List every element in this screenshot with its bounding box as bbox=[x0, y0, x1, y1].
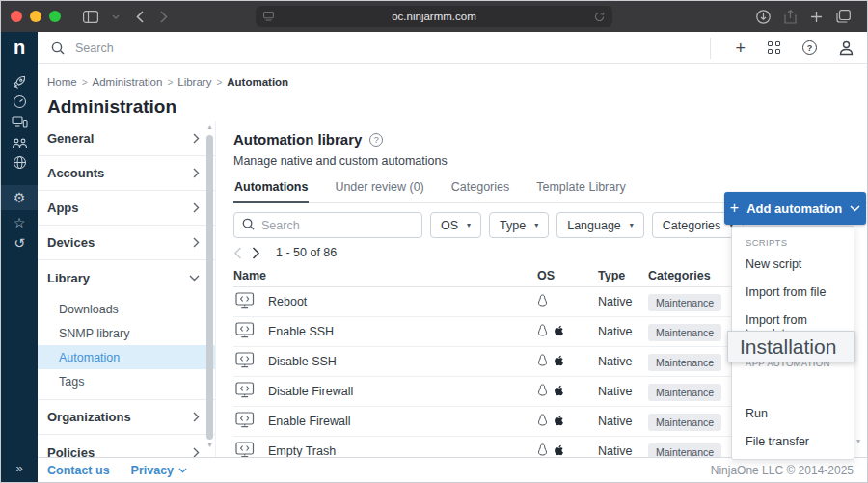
breadcrumb-separator: > bbox=[216, 77, 222, 88]
automation-name: Enable SSH bbox=[268, 325, 334, 338]
tab-automations[interactable]: Automations bbox=[233, 175, 309, 203]
menu-item-file-transfer[interactable]: File transfer bbox=[732, 428, 854, 456]
category-badge: Maintenance bbox=[648, 384, 721, 401]
tab-under-review[interactable]: Under review (0) bbox=[334, 175, 424, 202]
scroll-up-icon[interactable]: ▴ bbox=[205, 122, 214, 131]
linux-icon bbox=[537, 323, 548, 340]
column-header-type[interactable]: Type bbox=[598, 269, 648, 282]
menu-item-installation-magnified[interactable]: Installation bbox=[727, 331, 855, 362]
sidebar-item-library[interactable]: Library bbox=[38, 260, 215, 295]
sidebar-item-downloads[interactable]: Downloads bbox=[38, 297, 215, 321]
scroll-down-icon[interactable]: ▾ bbox=[205, 441, 214, 449]
chevron-down-icon bbox=[178, 468, 187, 473]
menu-item-import-from-file[interactable]: Import from file bbox=[732, 279, 854, 307]
new-tab-icon[interactable] bbox=[810, 11, 823, 23]
chevron-down-icon[interactable] bbox=[112, 14, 120, 19]
column-header-name[interactable]: Name bbox=[233, 269, 537, 282]
downloads-icon[interactable] bbox=[756, 10, 771, 24]
apple-icon bbox=[554, 413, 564, 430]
sidebar-scrollbar-thumb[interactable] bbox=[206, 135, 213, 440]
sidebar-item-general[interactable]: General bbox=[38, 121, 215, 156]
breadcrumb-home[interactable]: Home bbox=[47, 76, 77, 88]
category-badge: Maintenance bbox=[648, 354, 721, 371]
dashboard-gauge-icon[interactable] bbox=[1, 92, 38, 112]
breadcrumb-separator: > bbox=[82, 77, 88, 88]
script-monitor-icon bbox=[235, 352, 255, 371]
sidebar-item-snmp-library[interactable]: SNMP library bbox=[38, 321, 215, 345]
close-window-button[interactable] bbox=[11, 11, 22, 22]
global-search[interactable]: Search bbox=[51, 32, 114, 64]
browser-forward-button[interactable] bbox=[160, 11, 168, 23]
organizations-people-icon[interactable] bbox=[1, 132, 38, 152]
rocket-icon[interactable] bbox=[1, 71, 38, 92]
search-icon bbox=[242, 217, 255, 234]
breadcrumb-library[interactable]: Library bbox=[177, 76, 211, 88]
automation-type: Native bbox=[598, 385, 648, 398]
sidebar-item-organizations[interactable]: Organizations bbox=[38, 400, 215, 435]
remote-network-icon[interactable] bbox=[1, 152, 38, 173]
dropdown-arrow-icon: ▾ bbox=[630, 221, 634, 229]
quick-add-button[interactable]: + bbox=[735, 40, 746, 57]
browser-back-button[interactable] bbox=[136, 11, 144, 23]
script-monitor-icon bbox=[235, 292, 255, 311]
breadcrumb-administration[interactable]: Administration bbox=[93, 76, 163, 88]
previous-page-button[interactable] bbox=[233, 247, 242, 259]
address-bar[interactable]: oc.ninjarmm.com bbox=[256, 6, 612, 27]
dropdown-arrow-icon: ▾ bbox=[467, 221, 471, 229]
sidebar-item-devices[interactable]: Devices bbox=[38, 226, 215, 260]
automation-name: Reboot bbox=[268, 295, 307, 309]
sidebar-item-apps[interactable]: Apps bbox=[38, 191, 215, 226]
page-settings-icon[interactable] bbox=[263, 12, 274, 21]
menu-item-run[interactable]: Run bbox=[732, 400, 854, 428]
table-search-input[interactable] bbox=[261, 219, 417, 232]
section-title: Automation library bbox=[233, 131, 362, 148]
breadcrumb: Home > Administration > Library > Automa… bbox=[47, 76, 867, 88]
page-title: Administration bbox=[47, 96, 867, 118]
share-icon[interactable] bbox=[784, 10, 797, 24]
help-icon[interactable]: ? bbox=[802, 40, 817, 55]
apps-grid-icon[interactable] bbox=[768, 41, 780, 54]
devices-icon[interactable] bbox=[1, 112, 38, 132]
breadcrumb-separator: > bbox=[167, 77, 173, 88]
sidebar-item-tags[interactable]: Tags bbox=[38, 369, 215, 393]
chevron-right-icon bbox=[193, 168, 200, 178]
section-help-icon[interactable]: ? bbox=[369, 133, 383, 147]
privacy-link[interactable]: Privacy bbox=[131, 464, 174, 477]
history-icon[interactable]: ↺ bbox=[1, 232, 38, 253]
table-search[interactable] bbox=[233, 212, 422, 238]
expand-rail-icon[interactable]: » bbox=[1, 461, 38, 475]
browser-sidebar-icon[interactable] bbox=[83, 11, 98, 23]
scroll-down-icon[interactable]: ▾ bbox=[856, 437, 860, 445]
tab-template-library[interactable]: Template Library bbox=[535, 175, 626, 202]
library-submenu: Downloads SNMP library Automation Tags bbox=[38, 295, 215, 400]
chevron-down-icon bbox=[850, 205, 860, 212]
tab-categories[interactable]: Categories bbox=[450, 175, 510, 202]
user-account-icon[interactable] bbox=[839, 40, 854, 56]
type-filter[interactable]: Type ▾ bbox=[489, 212, 549, 238]
sidebar-item-automation[interactable]: Automation bbox=[38, 345, 215, 369]
app-header: n Search + ? bbox=[1, 32, 867, 64]
add-automation-button[interactable]: + Add automation bbox=[724, 192, 866, 225]
sidebar-item-accounts[interactable]: Accounts bbox=[38, 156, 215, 191]
sidebar-scrollbar[interactable]: ▴ ▾ bbox=[205, 123, 214, 455]
reload-icon[interactable] bbox=[594, 12, 605, 22]
dropdown-arrow-icon: ▾ bbox=[534, 221, 538, 229]
contact-us-link[interactable]: Contact us bbox=[47, 464, 110, 477]
minimize-window-button[interactable] bbox=[30, 11, 41, 22]
ninjaone-logo[interactable]: n bbox=[1, 32, 38, 64]
next-page-button[interactable] bbox=[252, 247, 260, 259]
apple-icon bbox=[554, 383, 564, 400]
column-header-os[interactable]: OS bbox=[537, 269, 598, 282]
script-monitor-icon bbox=[235, 322, 255, 341]
menu-item-new-script[interactable]: New script bbox=[732, 251, 854, 279]
breadcrumb-current: Automation bbox=[227, 76, 288, 88]
os-filter[interactable]: OS ▾ bbox=[430, 212, 481, 238]
language-filter[interactable]: Language ▾ bbox=[556, 212, 644, 238]
linux-icon bbox=[537, 413, 548, 430]
category-badge: Maintenance bbox=[648, 324, 721, 341]
zoom-window-button[interactable] bbox=[49, 11, 61, 22]
administration-gear-icon[interactable]: ⚙ bbox=[1, 185, 38, 210]
tab-overview-icon[interactable] bbox=[836, 10, 851, 23]
favorites-star-icon[interactable]: ☆ bbox=[1, 212, 38, 232]
apple-icon bbox=[554, 353, 564, 370]
